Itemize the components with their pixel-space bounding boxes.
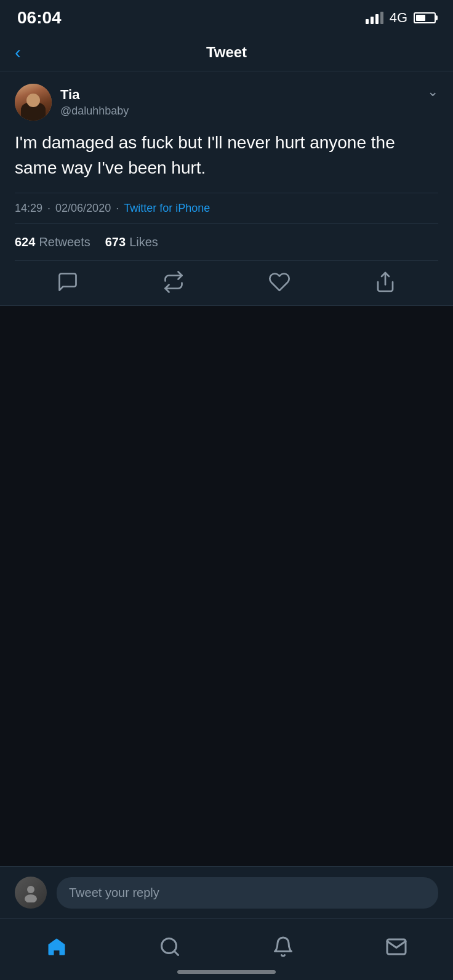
status-bar: 06:04 4G: [0, 0, 453, 33]
share-button[interactable]: [374, 271, 396, 293]
battery-icon: [414, 12, 436, 23]
svg-line-4: [174, 950, 178, 955]
home-indicator: [177, 970, 276, 974]
retweet-count: 624: [15, 235, 35, 249]
reply-avatar: [15, 877, 47, 909]
avatar[interactable]: [15, 84, 52, 121]
tweet-time: 14:29: [15, 202, 42, 215]
status-time: 06:04: [17, 8, 62, 28]
tweet-meta: 14:29 · 02/06/2020 · Twitter for iPhone: [15, 193, 438, 224]
tweet-stats: 624 Retweets 673 Likes: [15, 224, 438, 261]
tweet-actions: [15, 261, 438, 305]
tweet-date: 02/06/2020: [55, 202, 111, 215]
user-handle[interactable]: @daluhhbaby: [60, 105, 129, 118]
retweet-button[interactable]: [162, 271, 185, 293]
nav-home[interactable]: [38, 928, 75, 965]
network-label: 4G: [390, 10, 407, 26]
tweet-text: I'm damaged as fuck but I'll never hurt …: [15, 131, 438, 180]
nav-messages[interactable]: [378, 928, 415, 965]
signal-icon: [366, 12, 383, 24]
tweet-source[interactable]: Twitter for iPhone: [124, 202, 210, 215]
user-text: Tia @daluhhbaby: [60, 87, 129, 118]
chevron-down-icon[interactable]: ⌄: [427, 84, 438, 100]
back-button[interactable]: ‹: [15, 42, 21, 63]
status-icons: 4G: [366, 10, 436, 26]
tweet-header: Tia @daluhhbaby ⌄: [15, 84, 438, 121]
likes-label: Likes: [129, 235, 158, 249]
header-title: Tweet: [206, 44, 247, 61]
user-name[interactable]: Tia: [60, 87, 129, 103]
reply-placeholder: Tweet your reply: [69, 886, 159, 899]
reply-button[interactable]: [57, 271, 79, 293]
main-content: [0, 306, 453, 780]
reply-input[interactable]: Tweet your reply: [57, 877, 438, 909]
tweet-dot-1: ·: [47, 202, 50, 215]
header: ‹ Tweet: [0, 33, 453, 71]
nav-search[interactable]: [151, 928, 188, 965]
tweet-card: Tia @daluhhbaby ⌄ I'm damaged as fuck bu…: [0, 71, 453, 306]
svg-point-1: [27, 886, 34, 893]
like-button[interactable]: [268, 271, 291, 293]
reply-area: Tweet your reply: [0, 866, 453, 918]
nav-notifications[interactable]: [265, 928, 302, 965]
user-info: Tia @daluhhbaby: [15, 84, 129, 121]
retweet-label: Retweets: [39, 235, 90, 249]
likes-count: 673: [105, 235, 126, 249]
tweet-dot-2: ·: [116, 202, 119, 215]
svg-point-2: [25, 894, 37, 902]
